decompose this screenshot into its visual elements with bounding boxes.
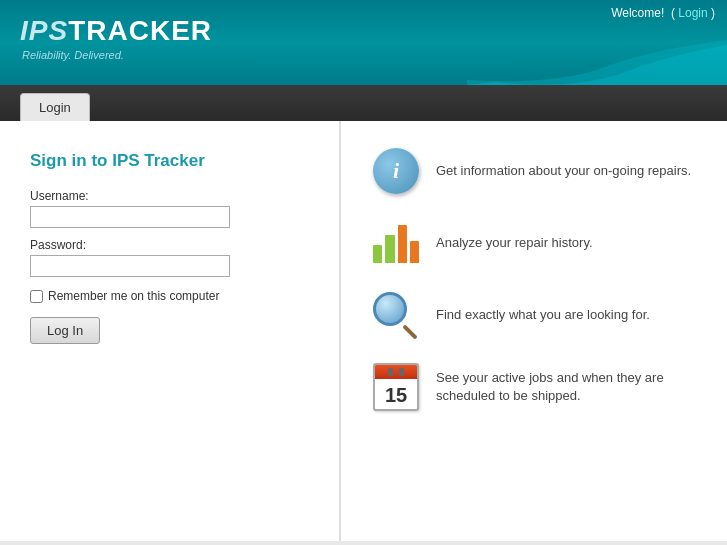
feature-text-info: Get information about your on-going repa… (436, 162, 691, 180)
logo: IPSTRACKER (20, 15, 212, 47)
logo-ips: IPS (20, 15, 68, 46)
features-panel: i Get information about your on-going re… (340, 121, 727, 541)
remember-label: Remember me on this computer (48, 289, 219, 303)
login-panel: Sign in to IPS Tracker Username: Passwor… (0, 121, 340, 541)
login-button[interactable]: Log In (30, 317, 100, 344)
logo-tagline: Reliability. Delivered. (22, 49, 212, 61)
info-icon: i (371, 146, 421, 196)
header-top-bar: Welcome! ( Login ) (599, 0, 727, 26)
feature-row-calendar: 15 See your active jobs and when they ar… (371, 362, 697, 412)
username-input[interactable] (30, 206, 230, 228)
welcome-text: Welcome! (611, 6, 664, 20)
feature-row-chart: Analyze your repair history. (371, 218, 697, 268)
sign-in-title: Sign in to IPS Tracker (30, 151, 309, 171)
feature-text-calendar: See your active jobs and when they are s… (436, 369, 697, 405)
header: Welcome! ( Login ) IPSTRACKER Reliabilit… (0, 0, 727, 85)
feature-row-info: i Get information about your on-going re… (371, 146, 697, 196)
search-icon (371, 290, 421, 340)
logo-area: IPSTRACKER Reliability. Delivered. (20, 15, 212, 61)
logo-tracker: TRACKER (68, 15, 212, 46)
footer (0, 541, 727, 545)
calendar-day: 15 (375, 379, 417, 411)
chart-icon (371, 218, 421, 268)
remember-row: Remember me on this computer (30, 289, 309, 303)
nav-bar: Login (0, 85, 727, 121)
password-label: Password: (30, 238, 309, 252)
password-input[interactable] (30, 255, 230, 277)
tab-login[interactable]: Login (20, 93, 90, 121)
header-wave-decoration (467, 40, 727, 85)
username-label: Username: (30, 189, 309, 203)
login-link[interactable]: Login (678, 6, 707, 20)
feature-text-chart: Analyze your repair history. (436, 234, 593, 252)
feature-text-search: Find exactly what you are looking for. (436, 306, 650, 324)
remember-checkbox[interactable] (30, 290, 43, 303)
feature-row-search: Find exactly what you are looking for. (371, 290, 697, 340)
calendar-icon: 15 (371, 362, 421, 412)
main-content: Sign in to IPS Tracker Username: Passwor… (0, 121, 727, 541)
